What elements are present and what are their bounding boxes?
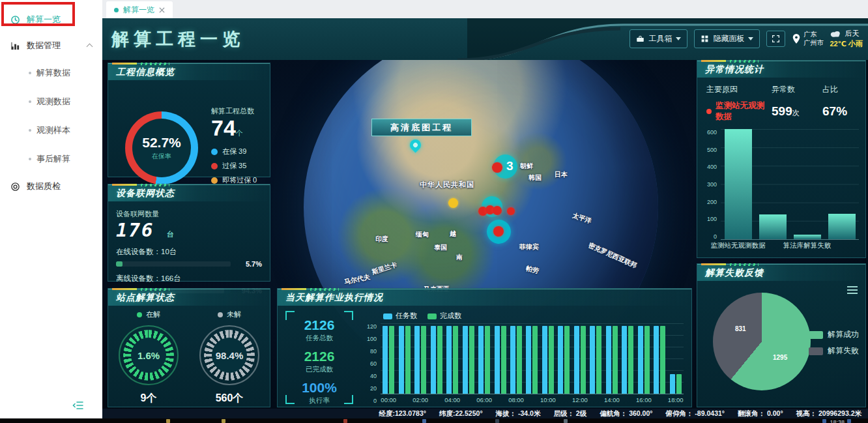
tab-overview[interactable]: 解算一览 bbox=[106, 1, 173, 18]
bar bbox=[670, 374, 675, 394]
page-header: 解算工程一览 工具箱 隐藏面板 广东 bbox=[102, 18, 868, 60]
solving-count: 9个 bbox=[141, 392, 157, 405]
feedback-pie-chart: 831 1295 bbox=[713, 293, 811, 390]
sidebar-item-data-management[interactable]: 数据管理 bbox=[0, 33, 102, 59]
fullscreen-button[interactable] bbox=[766, 31, 785, 47]
bar bbox=[389, 326, 394, 394]
solving-gauge: 在解 1.6% 9个 bbox=[119, 310, 179, 405]
warranty-donut-chart: 52.7% 在保率 bbox=[125, 111, 198, 184]
bar-group bbox=[636, 323, 652, 394]
x-tick: 10:00 bbox=[540, 396, 556, 403]
bar bbox=[469, 326, 474, 394]
bar-group bbox=[588, 323, 603, 394]
status-level: 层级： 2级 bbox=[553, 409, 586, 418]
location-pin-icon bbox=[792, 33, 801, 44]
bar bbox=[542, 326, 547, 394]
sidebar-item-observe-sample[interactable]: 观测样本 bbox=[0, 116, 102, 145]
toolbox-button[interactable]: 工具箱 bbox=[629, 29, 687, 48]
geo-label: 泰国 bbox=[434, 243, 447, 252]
bar bbox=[549, 326, 554, 394]
anomaly-reason: 监测站无观测数据 bbox=[716, 100, 772, 123]
header-toolbar: 工具箱 隐藏面板 广东 广州市 bbox=[629, 29, 863, 49]
device-count-value: 176 台 bbox=[116, 219, 262, 241]
geo-label: 马尔代夫 bbox=[343, 272, 371, 287]
geo-label: 密克罗尼西亚联邦 bbox=[587, 241, 639, 270]
bar bbox=[581, 326, 586, 394]
bar bbox=[660, 326, 665, 394]
hide-panel-button[interactable]: 隐藏面板 bbox=[694, 29, 760, 48]
bar bbox=[676, 374, 682, 394]
plot-area bbox=[721, 129, 859, 240]
taskbar-icon bbox=[495, 419, 499, 423]
panel-header: 当天解算作业执行情况 bbox=[278, 289, 691, 306]
project-tooltip[interactable]: 高清底图工程 bbox=[371, 119, 472, 136]
bar bbox=[414, 326, 420, 394]
status-latitude: 纬度:22.5250° bbox=[439, 409, 483, 418]
hamburger-menu-icon[interactable] bbox=[847, 286, 858, 294]
bar bbox=[501, 326, 506, 394]
marker-red[interactable] bbox=[507, 207, 515, 215]
anomaly-top-row: 监测站无观测数据 599次 67% bbox=[697, 96, 865, 124]
panel-title: 站点解算状态 bbox=[116, 292, 175, 304]
pie bbox=[713, 293, 811, 390]
app-window: 解算一览 数据管理 解算数据 观测数据 观测样本 事后解算 bbox=[0, 0, 868, 418]
caret-down-icon bbox=[748, 37, 753, 40]
sidebar-item-post-solve[interactable]: 事后解算 bbox=[0, 145, 102, 173]
bar bbox=[383, 326, 388, 394]
bar bbox=[654, 326, 659, 394]
bar-group bbox=[492, 323, 508, 394]
bar bbox=[590, 326, 595, 394]
sidebar-item-label: 数据质检 bbox=[27, 181, 61, 192]
panel-title: 异常情况统计 bbox=[705, 64, 764, 76]
taskbar-icon bbox=[822, 419, 826, 423]
task-done-label: 已完成数 bbox=[289, 365, 349, 374]
bar bbox=[644, 326, 650, 394]
gauge-ring-chart: 98.4% bbox=[199, 325, 259, 385]
geo-label: 中华人民共和国 bbox=[420, 180, 474, 190]
marker-red[interactable] bbox=[493, 206, 502, 215]
sidebar-item-solve-data[interactable]: 解算数据 bbox=[0, 59, 102, 87]
weather-display: 后天 22℃ 小雨 bbox=[830, 29, 863, 49]
project-totals: 解算工程总数 74个 在保 39 过保 35 bbox=[211, 106, 257, 185]
sidebar-item-observe-data[interactable]: 观测数据 bbox=[0, 87, 102, 116]
panel-solve-feedback: 解算失败反馈 831 1295 解算成功解算失败 bbox=[697, 263, 866, 407]
bar bbox=[431, 326, 436, 394]
legend-item: 在保 39 bbox=[211, 147, 257, 156]
fullscreen-icon bbox=[772, 35, 780, 43]
panel-header: 站点解算状态 bbox=[108, 289, 270, 306]
sidebar-item-data-quality[interactable]: 数据质检 bbox=[0, 173, 102, 199]
bar-group bbox=[556, 323, 571, 394]
close-icon[interactable] bbox=[159, 7, 165, 13]
progress-fill bbox=[116, 261, 123, 267]
map-pin-icon[interactable] bbox=[407, 137, 423, 153]
unsolved-pct: 98.4% bbox=[216, 350, 244, 361]
x-axis: 00:0002:0004:0006:0008:0010:0012:0014:00… bbox=[381, 394, 684, 404]
donut-center: 52.7% 在保率 bbox=[132, 119, 191, 177]
geo-label: 朝鲜 bbox=[520, 162, 533, 171]
marker-red[interactable] bbox=[492, 162, 502, 173]
x-tick: 18:00 bbox=[668, 396, 684, 403]
geo-label: 太平洋 bbox=[571, 211, 593, 226]
location-display: 广东 广州市 bbox=[792, 31, 823, 47]
bar-group bbox=[460, 323, 476, 394]
bar-group bbox=[476, 323, 492, 394]
solving-pct: 1.6% bbox=[137, 350, 160, 361]
sidebar-item-overview[interactable]: 解算一览 bbox=[0, 7, 102, 33]
status-yaw: 偏航角： 360.00° bbox=[600, 409, 652, 418]
page-title: 解算工程一览 bbox=[111, 27, 244, 51]
sidebar-item-label: 观测样本 bbox=[36, 124, 70, 136]
y-tick: 600 bbox=[707, 129, 717, 136]
marker-yellow[interactable] bbox=[448, 198, 458, 208]
bar bbox=[421, 326, 426, 394]
taskbar-icon bbox=[564, 419, 568, 423]
marker-red[interactable] bbox=[493, 226, 504, 237]
warranty-rate-value: 52.7% bbox=[142, 135, 181, 151]
taskbar-icon bbox=[166, 419, 170, 423]
x-tick: 12:00 bbox=[572, 396, 588, 403]
collapse-sidebar-button[interactable] bbox=[72, 400, 84, 411]
legend-item: 解算成功 bbox=[809, 329, 859, 340]
weather-temp: 22℃ 小雨 bbox=[830, 39, 863, 49]
task-total-label: 任务总数 bbox=[289, 334, 349, 343]
taskbar: 18:38 bbox=[0, 418, 868, 423]
bar bbox=[574, 326, 579, 394]
